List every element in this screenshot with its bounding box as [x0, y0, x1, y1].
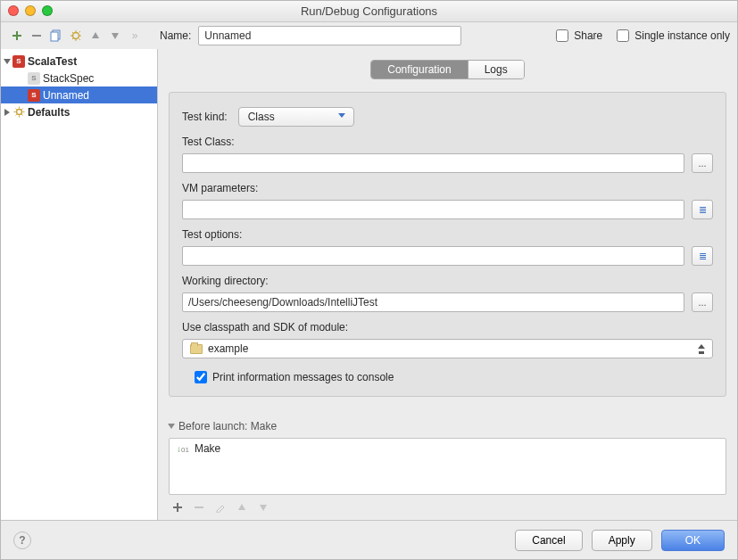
- tree-node-defaults[interactable]: Defaults: [1, 103, 157, 120]
- test-kind-label: Test kind:: [182, 111, 228, 123]
- share-checkbox[interactable]: [556, 29, 568, 42]
- list-icon: ≣: [699, 251, 707, 262]
- print-info-checkbox-row[interactable]: Print information messages to console: [195, 371, 713, 383]
- browse-test-class-button[interactable]: ...: [692, 153, 713, 173]
- edit-defaults-button[interactable]: [67, 27, 85, 45]
- dialog-footer: ? Cancel Apply OK: [1, 520, 737, 559]
- config-tree[interactable]: S ScalaTest S StackSpec S Unnamed Defaul: [1, 49, 157, 520]
- share-label: Share: [574, 29, 602, 42]
- before-launch-toolbar: [169, 495, 726, 516]
- test-kind-value: Class: [248, 111, 275, 123]
- ellipsis-icon: ...: [698, 158, 706, 169]
- ok-button[interactable]: OK: [661, 530, 725, 551]
- vm-params-label: VM parameters:: [182, 182, 713, 194]
- tab-configuration[interactable]: Configuration: [371, 61, 467, 78]
- test-kind-select[interactable]: Class: [238, 107, 354, 127]
- share-checkbox-row[interactable]: Share: [556, 29, 602, 42]
- help-button[interactable]: ?: [13, 531, 31, 549]
- before-launch-section: Before launch: Make ↓01 Make: [169, 420, 726, 516]
- print-info-checkbox[interactable]: [195, 371, 207, 383]
- svg-point-3: [16, 110, 21, 115]
- tree-node-label: Unnamed: [43, 89, 89, 102]
- before-launch-list[interactable]: ↓01 Make: [169, 438, 726, 495]
- name-input[interactable]: [198, 26, 461, 45]
- tree-node-label: Defaults: [28, 106, 70, 119]
- test-options-input[interactable]: [182, 246, 684, 266]
- before-launch-item[interactable]: ↓01 Make: [170, 439, 726, 458]
- config-details-panel: Configuration Logs Test kind: Class Test…: [158, 49, 737, 520]
- before-launch-heading: Before launch: Make: [178, 420, 277, 432]
- tabstrip: Configuration Logs: [169, 60, 726, 79]
- bl-edit-button[interactable]: [211, 498, 229, 516]
- add-config-button[interactable]: [8, 27, 26, 45]
- tree-node-label: StackSpec: [43, 72, 94, 85]
- disclosure-triangle-icon: [4, 109, 10, 116]
- tree-node-label: ScalaTest: [28, 55, 77, 68]
- single-instance-label: Single instance only: [634, 29, 730, 42]
- module-select[interactable]: example: [182, 339, 713, 358]
- window-title: Run/Debug Configurations: [301, 4, 437, 18]
- config-tree-sidebar: S ScalaTest S StackSpec S Unnamed Defaul: [1, 49, 158, 520]
- bl-add-button[interactable]: [169, 498, 187, 516]
- before-launch-item-label: Make: [195, 442, 220, 455]
- tree-node-stackspec[interactable]: S StackSpec: [1, 70, 157, 86]
- toolbar: » Name: Share Single instance only: [1, 22, 737, 49]
- vm-params-input[interactable]: [182, 200, 684, 219]
- expand-button[interactable]: »: [126, 27, 144, 45]
- working-dir-label: Working directory:: [182, 275, 713, 287]
- dialog-run-debug-configurations: Run/Debug Configurations » Name: Share: [0, 0, 738, 560]
- test-options-label: Test options:: [182, 228, 713, 241]
- apply-button[interactable]: Apply: [592, 530, 652, 551]
- scalatest-icon: S: [12, 55, 25, 68]
- svg-rect-1: [51, 32, 58, 41]
- disclosure-triangle-icon[interactable]: [168, 424, 175, 429]
- window-controls: [8, 5, 53, 16]
- copy-config-button[interactable]: [47, 27, 65, 45]
- disclosure-triangle-icon: [4, 59, 11, 64]
- move-up-button[interactable]: [87, 27, 104, 45]
- browse-working-dir-button[interactable]: ...: [692, 292, 713, 312]
- test-class-input[interactable]: [182, 153, 684, 173]
- zoom-window-button[interactable]: [42, 5, 53, 16]
- cancel-button[interactable]: Cancel: [515, 530, 582, 551]
- expand-test-options-button[interactable]: ≣: [692, 246, 713, 266]
- module-value: example: [208, 342, 248, 355]
- working-dir-input[interactable]: [182, 292, 684, 312]
- tab-logs[interactable]: Logs: [468, 61, 524, 78]
- folder-icon: [190, 344, 203, 354]
- svg-point-2: [73, 33, 79, 39]
- single-instance-checkbox[interactable]: [617, 29, 629, 42]
- move-down-button[interactable]: [106, 27, 124, 45]
- module-label: Use classpath and SDK of module:: [182, 321, 713, 334]
- expand-vm-params-button[interactable]: ≣: [692, 200, 713, 219]
- bl-up-button[interactable]: [233, 498, 251, 516]
- list-icon: ≣: [699, 204, 707, 216]
- bl-down-button[interactable]: [254, 498, 272, 516]
- tree-node-scalatest[interactable]: S ScalaTest: [1, 53, 157, 70]
- make-icon: ↓01: [177, 444, 189, 454]
- scalatest-icon: S: [28, 72, 40, 85]
- close-window-button[interactable]: [8, 5, 19, 16]
- scalatest-icon: S: [28, 89, 40, 102]
- configuration-form: Test kind: Class Test Class: ... VM para…: [169, 92, 726, 397]
- print-info-label: Print information messages to console: [212, 371, 394, 383]
- tree-node-unnamed[interactable]: S Unnamed: [1, 86, 157, 103]
- gear-icon: [12, 106, 25, 119]
- test-class-label: Test Class:: [182, 136, 713, 148]
- remove-config-button[interactable]: [28, 27, 46, 45]
- minimize-window-button[interactable]: [25, 5, 36, 16]
- name-label: Name:: [160, 29, 191, 42]
- single-instance-checkbox-row[interactable]: Single instance only: [617, 29, 730, 42]
- ellipsis-icon: ...: [698, 297, 706, 308]
- titlebar: Run/Debug Configurations: [1, 1, 737, 22]
- bl-remove-button[interactable]: [190, 498, 208, 516]
